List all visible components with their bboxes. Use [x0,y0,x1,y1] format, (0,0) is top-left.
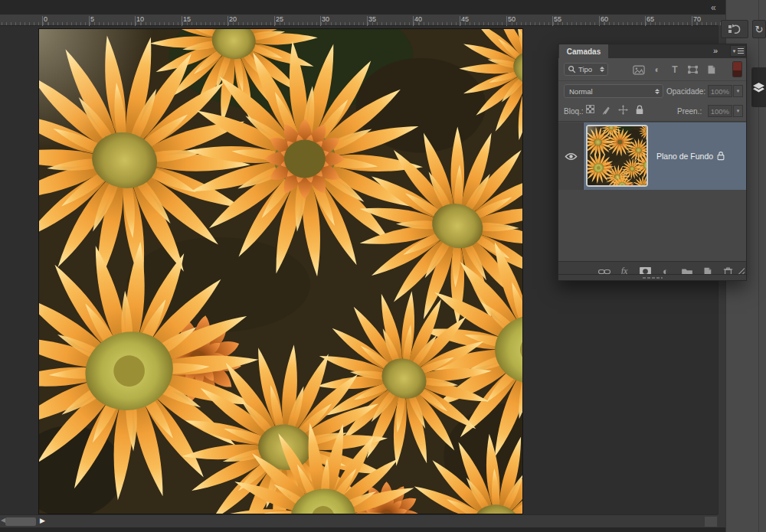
opacity-value[interactable]: 100% [708,85,732,97]
lock-position-button[interactable] [618,105,628,115]
collapse-panels-icon[interactable]: « [711,2,717,13]
filter-smart-objects-button[interactable] [704,64,718,76]
ruler-label: 10 [136,15,144,23]
fill-dropdown-button[interactable]: ▾ [733,105,743,117]
combo-arrows-icon [600,67,604,72]
lock-buttons [586,105,644,115]
layers-stack-icon [753,83,764,93]
dropdown-arrow-icon: ▾ [737,88,740,94]
horizontal-ruler[interactable]: 0 5 10 15 20 25 30 35 40 45 50 55 60 65 … [0,15,725,26]
filter-adjustment-layers-button[interactable]: ◐ [650,64,664,76]
layer-row-background[interactable]: Plano de Fundo [558,122,746,190]
search-icon [568,65,576,73]
filter-pixel-layers-button[interactable] [632,64,646,76]
filter-type-combo[interactable]: Tipo [564,63,608,76]
menu-triangle-icon: ▼ [732,49,737,54]
status-strip [0,527,766,532]
panel-drag-strip[interactable] [558,274,746,280]
ruler-label: 65 [647,15,654,23]
ruler-label: 0 [44,15,47,23]
fill-label: Preen.: [677,107,702,116]
filter-shape-layers-button[interactable] [686,64,699,76]
smart-object-icon [705,64,716,75]
ruler-label: 70 [693,15,701,23]
layer-list: Plano de Fundo [558,121,746,261]
flower-photo [39,29,522,514]
drag-handle-icon [643,277,663,279]
opacity-label: Opacidade: [666,87,705,96]
history-icon [727,23,742,35]
lock-row: Bloq.: [558,101,746,121]
layer-filter-row: Tipo ◐ T [558,60,746,80]
tab-layers[interactable]: Camadas [559,44,608,58]
top-bar: « [0,0,766,15]
scroll-right-icon[interactable]: ▶ [40,517,45,524]
move-icon [618,105,628,115]
layer-name[interactable]: Plano de Fundo [656,122,713,190]
ruler-label: 25 [276,15,283,23]
layer-locked-icon [716,151,725,161]
image-icon [633,65,645,75]
filter-type-label: Tipo [578,65,592,73]
fill-value[interactable]: 100% [708,105,732,117]
brush-icon [601,105,611,115]
eye-icon [565,152,578,161]
ruler-label: 15 [183,15,191,23]
blend-mode-row: Normal Opacidade: 100% ▾ [558,80,746,100]
horizontal-scrollbar[interactable]: ◀ ▶ [0,514,718,527]
adjustment-icon: ◐ [654,64,660,75]
layer-thumbnail-image [588,126,647,185]
scrollbar-end-button[interactable] [705,517,717,527]
rotate-view-panel-button[interactable]: ↻ [752,20,766,38]
shape-icon [687,65,699,74]
ruler-label: 20 [229,15,237,23]
layer-visibility-cell[interactable] [558,122,584,190]
type-tool-icon: T [672,64,677,75]
blend-mode-value: Normal [569,87,593,96]
panel-menu-button[interactable]: ▼ [730,45,746,57]
horizontal-scrollbar-thumb[interactable] [5,517,36,526]
history-panel-button[interactable] [721,20,748,38]
filter-type-layers-button[interactable]: T [668,64,682,76]
document-canvas[interactable] [38,28,523,514]
dropdown-arrow-icon: ▾ [737,108,740,114]
photoshop-window: « 0 5 10 15 20 25 30 35 40 45 50 55 60 6… [0,0,766,532]
ruler-label: 55 [554,15,561,23]
filter-toggle-switch[interactable] [732,61,742,77]
menu-lines-icon [738,48,744,54]
ruler-label: 5 [90,15,94,23]
ruler-label: 60 [601,15,608,23]
ruler-label: 50 [508,15,516,23]
ruler-label: 45 [461,15,469,23]
layers-panel-tabbar: Camadas » ▼ [558,44,746,58]
panel-collapse-icon[interactable]: » [713,46,719,55]
lock-label: Bloq.: [564,107,584,116]
lock-transparency-button[interactable] [586,105,594,113]
ruler-label: 30 [322,15,329,23]
layer-thumbnail[interactable] [586,125,648,187]
ruler-label: 35 [368,15,376,23]
lock-paint-button[interactable] [601,105,611,115]
layers-dock-button[interactable] [751,67,766,107]
combo-arrows-icon [655,89,660,94]
rotate-view-icon: ↻ [755,24,764,35]
layers-panel: Camadas » ▼ Tipo [558,44,747,281]
filter-toggle-top [733,62,741,70]
lock-all-button[interactable] [635,105,644,115]
opacity-dropdown-button[interactable]: ▾ [733,85,743,97]
filter-toggle-bottom [733,70,741,77]
scrollbar-corner [718,514,725,527]
blend-mode-combo[interactable]: Normal [564,84,663,98]
ruler-label: 40 [414,15,422,23]
lock-icon [635,105,644,115]
